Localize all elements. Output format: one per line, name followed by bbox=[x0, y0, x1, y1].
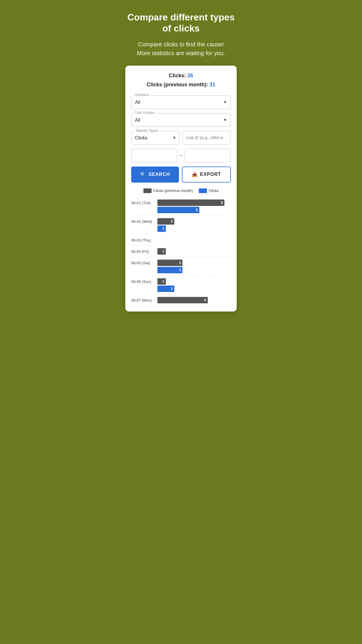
hero-title: Compare different types of clicks bbox=[125, 12, 237, 34]
date-to-wrap: 2023-08-12 bbox=[185, 149, 231, 162]
link-id-group bbox=[182, 131, 231, 145]
chart-row-label: 08-06 (Sun) bbox=[131, 278, 157, 284]
chart-row-label: 08-05 (Sat) bbox=[131, 260, 157, 265]
chart-row: 08-05 (Sat)33 bbox=[131, 257, 231, 276]
legend-prev-color-box bbox=[143, 188, 152, 193]
search-button[interactable]: 🔍 SEARCH bbox=[131, 167, 179, 183]
statistic-types-label: Statistic Types bbox=[134, 129, 159, 133]
bar-prev-value: 1 bbox=[162, 249, 164, 253]
bars-col: 21 bbox=[157, 218, 231, 232]
bars-col bbox=[157, 237, 231, 243]
bar-chart: 08-01 (Tue)8508-02 (Wed)2108-03 (Thu)08-… bbox=[131, 197, 231, 306]
bars-col: 85 bbox=[157, 200, 231, 213]
date-from-wrap: 2023-08-01 bbox=[131, 149, 177, 162]
bar-prev-value: 2 bbox=[171, 219, 173, 223]
bar-curr-value: 2 bbox=[171, 287, 173, 291]
chart-row-label: 08-04 (Fri) bbox=[131, 248, 157, 254]
domains-select-wrapper[interactable]: All ▼ bbox=[131, 95, 231, 109]
bars-col: 33 bbox=[157, 260, 231, 273]
date-separator: ~ bbox=[179, 153, 183, 159]
export-icon: 📤 bbox=[192, 172, 198, 177]
chart-row: 08-06 (Sun)12 bbox=[131, 276, 231, 295]
clicks-value: 26 bbox=[187, 73, 193, 78]
bar-curr-value: 5 bbox=[196, 208, 198, 212]
statistic-types-select[interactable]: Clicks Unique Clicks bbox=[131, 131, 179, 144]
legend-prev-month: Clicks (previous month) bbox=[143, 188, 193, 193]
button-row: 🔍 SEARCH 📤 EXPORT bbox=[131, 167, 231, 183]
bars-col: 6 bbox=[157, 297, 231, 303]
clicks-stat-row: Clicks: 26 bbox=[131, 73, 231, 79]
legend-curr-color-box bbox=[199, 188, 207, 193]
bar-prev-value: 3 bbox=[179, 261, 181, 265]
domains-select[interactable]: All bbox=[131, 96, 231, 109]
prev-month-stat-row: Clicks (previous month): 31 bbox=[131, 82, 231, 88]
chart-row-label: 08-02 (Wed) bbox=[131, 218, 157, 224]
page-wrapper: Compare different types of clicks Compar… bbox=[121, 0, 241, 317]
bar-curr-value: 1 bbox=[162, 227, 164, 231]
chart-legend: Clicks (previous month) Clicks bbox=[131, 188, 231, 193]
bars-col: 1 bbox=[157, 248, 231, 255]
domains-label: Domains bbox=[134, 93, 150, 97]
chart-row: 08-07 (Mon)6 bbox=[131, 295, 231, 306]
link-id-input[interactable] bbox=[183, 131, 231, 144]
bar-prev-value: 1 bbox=[162, 279, 164, 284]
bars-col: 12 bbox=[157, 278, 231, 292]
bar-prev-value: 6 bbox=[204, 298, 206, 302]
bar-prev-value: 8 bbox=[221, 201, 223, 205]
date-range-row: 2023-08-01 ~ 2023-08-12 bbox=[131, 149, 231, 162]
chart-row: 08-01 (Tue)85 bbox=[131, 197, 231, 216]
prev-month-value: 31 bbox=[210, 82, 215, 88]
legend-curr-label: Clicks bbox=[209, 188, 219, 193]
chart-row-label: 08-03 (Thu) bbox=[131, 237, 157, 242]
chart-row: 08-04 (Fri)1 bbox=[131, 246, 231, 257]
main-card: Clicks: 26 Clicks (previous month): 31 D… bbox=[125, 66, 237, 312]
export-button[interactable]: 📤 EXPORT bbox=[182, 167, 231, 183]
statistic-types-group: Statistic Types Clicks Unique Clicks ▼ bbox=[131, 131, 180, 145]
hero-subtitle: Compare clicks to find the cause! More s… bbox=[125, 40, 237, 57]
stat-type-row: Statistic Types Clicks Unique Clicks ▼ bbox=[131, 131, 231, 145]
link-groups-select[interactable]: All bbox=[131, 113, 231, 127]
link-groups-select-wrapper[interactable]: All ▼ bbox=[131, 113, 231, 127]
clicks-label: Clicks: bbox=[169, 73, 186, 78]
link-groups-label: Link Groups bbox=[134, 111, 155, 115]
date-to-input[interactable]: 2023-08-12 bbox=[185, 149, 231, 162]
search-label: SEARCH bbox=[149, 172, 170, 177]
chart-row: 08-02 (Wed)21 bbox=[131, 216, 231, 235]
legend-curr: Clicks bbox=[199, 188, 219, 193]
search-icon: 🔍 bbox=[140, 172, 146, 177]
bar-curr-value: 3 bbox=[179, 268, 181, 272]
chart-row-label: 08-07 (Mon) bbox=[131, 297, 157, 302]
legend-prev-label: Clicks (previous month) bbox=[153, 188, 193, 193]
export-label: EXPORT bbox=[200, 172, 221, 177]
domains-group: Domains All ▼ bbox=[131, 95, 231, 109]
prev-month-label: Clicks (previous month): bbox=[147, 82, 208, 88]
chart-row: 08-03 (Thu) bbox=[131, 235, 231, 246]
link-groups-group: Link Groups All ▼ bbox=[131, 113, 231, 127]
chart-row-label: 08-01 (Tue) bbox=[131, 200, 157, 205]
date-from-input[interactable]: 2023-08-01 bbox=[131, 149, 177, 162]
